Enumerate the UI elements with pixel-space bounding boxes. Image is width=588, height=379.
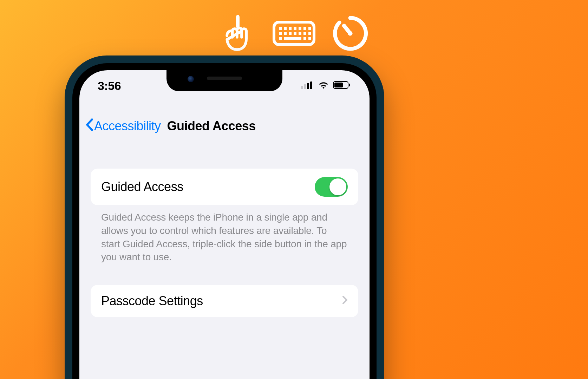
timer-icon — [331, 14, 370, 53]
back-label: Accessibility — [94, 119, 161, 133]
svg-rect-8 — [308, 27, 311, 30]
svg-point-20 — [348, 31, 352, 35]
status-time: 3:56 — [98, 79, 121, 93]
svg-rect-21 — [301, 86, 303, 89]
svg-rect-9 — [279, 32, 282, 35]
svg-rect-13 — [299, 32, 301, 35]
svg-rect-2 — [279, 27, 282, 30]
svg-rect-11 — [289, 32, 292, 35]
svg-rect-15 — [308, 32, 311, 35]
back-button[interactable]: Accessibility — [85, 118, 161, 135]
promo-background: 3:56 — [0, 0, 588, 379]
guided-access-toggle-label: Guided Access — [101, 179, 183, 194]
guided-access-toggle[interactable] — [315, 177, 348, 197]
svg-rect-10 — [284, 32, 287, 35]
chevron-right-icon — [342, 295, 348, 307]
svg-rect-14 — [303, 32, 306, 35]
svg-rect-4 — [289, 27, 292, 30]
svg-point-0 — [236, 15, 240, 18]
guided-access-footer: Guided Access keeps the iPhone in a sing… — [91, 205, 358, 264]
keyboard-icon — [271, 14, 317, 53]
cellular-signal-icon — [301, 81, 314, 91]
svg-rect-18 — [303, 37, 306, 40]
svg-rect-22 — [304, 84, 306, 89]
svg-rect-19 — [308, 37, 311, 40]
chevron-left-icon — [85, 118, 93, 135]
svg-rect-27 — [349, 84, 350, 86]
passcode-settings-row[interactable]: Passcode Settings — [91, 285, 358, 317]
decor-icon-row — [0, 14, 588, 53]
svg-rect-24 — [310, 81, 312, 89]
svg-rect-6 — [299, 27, 301, 30]
guided-access-group: Guided Access — [91, 169, 358, 205]
page-title: Guided Access — [167, 119, 364, 133]
phone-speaker — [207, 77, 242, 80]
hand-point-up-icon — [218, 14, 257, 53]
toggle-knob — [329, 178, 346, 195]
phone-frame: 3:56 — [65, 55, 384, 379]
svg-rect-12 — [294, 32, 296, 35]
svg-rect-7 — [303, 27, 306, 30]
passcode-settings-label: Passcode Settings — [101, 294, 203, 308]
svg-rect-17 — [284, 37, 301, 40]
guided-access-toggle-row[interactable]: Guided Access — [91, 169, 358, 205]
svg-rect-16 — [279, 37, 282, 40]
phone-notch — [166, 70, 282, 91]
wifi-icon — [318, 81, 329, 91]
svg-rect-5 — [294, 27, 296, 30]
phone-screen: 3:56 — [79, 70, 370, 379]
settings-content: Guided Access Guided Access keeps the iP… — [79, 148, 370, 379]
svg-rect-26 — [334, 83, 343, 87]
svg-rect-3 — [284, 27, 287, 30]
battery-icon — [333, 81, 351, 91]
navigation-bar: Accessibility Guided Access — [79, 116, 370, 136]
svg-rect-23 — [307, 83, 309, 89]
phone-front-camera — [188, 76, 194, 82]
passcode-group: Passcode Settings — [91, 285, 358, 317]
